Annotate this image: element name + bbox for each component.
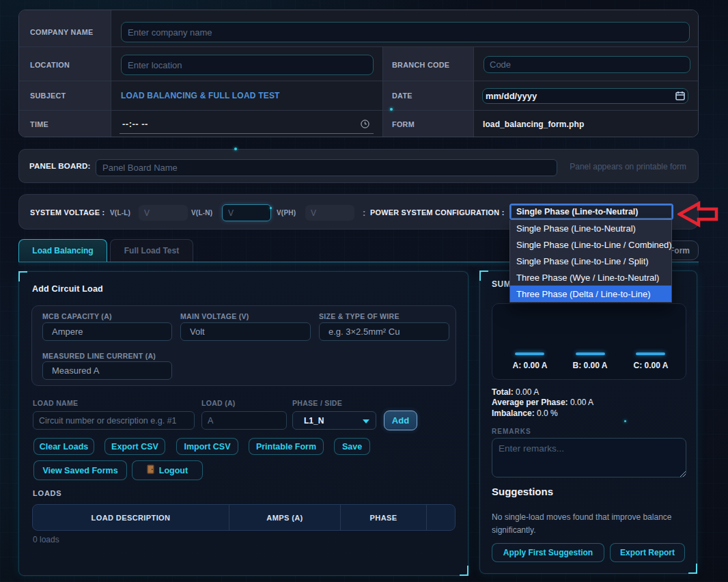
branch-code-cell: [473, 46, 699, 81]
add-load-button[interactable]: Add: [384, 411, 417, 430]
apply-first-suggestion-button[interactable]: Apply First Suggestion: [492, 543, 604, 562]
option-three-phase-delta[interactable]: Three Phase (Delta / Line-to-Line): [510, 286, 671, 302]
form-cell: load_balancing_form.php: [473, 110, 699, 137]
time-label-cell: TIME: [19, 110, 111, 137]
date-label: DATE: [392, 92, 412, 100]
separator-colon: :: [363, 195, 365, 230]
phase-side-select[interactable]: L1_N: [292, 411, 376, 430]
header-table: COMPANY NAME LOCATION BRANCH CODE SUBJEC…: [18, 10, 699, 137]
particle-dot-4: [624, 420, 626, 422]
view-saved-forms-label: View Saved Forms: [42, 466, 117, 475]
vll-input[interactable]: [139, 205, 188, 221]
door-icon: [147, 465, 154, 476]
clock-icon[interactable]: [361, 120, 369, 128]
vln-input[interactable]: [222, 204, 271, 221]
phase-balance-chart: A: 0.00 A B: 0.00 A C: 0.00 A: [492, 303, 686, 380]
resize-grip-icon[interactable]: [679, 470, 686, 477]
tab-full-load-test-label: Full Load Test: [124, 246, 179, 255]
summary-totals: Total: 0.00 A Average per Phase: 0.00 A …: [492, 387, 593, 419]
load-name-input[interactable]: [33, 411, 195, 430]
tab-load-balancing-label: Load Balancing: [32, 246, 93, 255]
load-amps-input[interactable]: [201, 411, 287, 430]
location-cell: [111, 46, 382, 81]
loads-table-header: LOAD DESCRIPTION AMPS (A) PHASE: [32, 504, 456, 531]
phase-a-label: A: 0.00 A: [499, 361, 561, 370]
option-single-phase-ln[interactable]: Single Phase (Line-to-Neutral): [510, 220, 671, 236]
phase-side-label: PHASE / SIDE: [292, 399, 342, 407]
company-name-input[interactable]: [121, 22, 690, 42]
wire-size-input[interactable]: [319, 322, 449, 341]
suggestions-buttons: Apply First Suggestion Export Report: [492, 543, 685, 562]
average-value: 0.00 A: [568, 398, 593, 407]
company-name-cell: [111, 10, 699, 46]
printable-form-button[interactable]: Printable Form: [249, 438, 324, 455]
main-voltage-input[interactable]: [180, 322, 311, 341]
load-name-label: LOAD NAME: [33, 399, 78, 407]
clear-loads-label: Clear Loads: [40, 442, 89, 452]
option-three-phase-wye[interactable]: Three Phase (Wye / Line-to-Neutral): [510, 269, 671, 286]
imbalance-value: 0.0 %: [535, 408, 558, 418]
measured-current-label: MEASURED LINE CURRENT (A): [42, 352, 156, 360]
measured-current-input[interactable]: [42, 361, 172, 380]
mcb-capacity-input[interactable]: [42, 322, 172, 341]
subject-value: LOAD BALANCING & FULL LOAD TEST: [121, 91, 280, 100]
calendar-icon[interactable]: [675, 91, 685, 100]
power-system-config-label: POWER SYSTEM CONFIGURATION :: [370, 195, 505, 230]
save-button[interactable]: Save: [334, 438, 370, 455]
export-csv-button[interactable]: Export CSV: [104, 438, 165, 455]
view-saved-forms-button[interactable]: View Saved Forms: [33, 460, 127, 480]
add-circuit-load-panel: Add Circuit Load MCB CAPACITY (A) MAIN V…: [18, 271, 468, 576]
vll-label: V(L-L): [110, 195, 130, 230]
phase-a-bar: [515, 352, 544, 355]
power-system-config-selected: Single Phase (Line-to-Neutral): [516, 207, 639, 217]
import-csv-button[interactable]: Import CSV: [176, 438, 238, 455]
power-system-config-select[interactable]: Single Phase (Line-to-Neutral): [509, 204, 673, 220]
date-input[interactable]: mm/dd/yyyy: [482, 88, 688, 104]
particle-dot-1: [234, 148, 237, 150]
branch-code-input[interactable]: [484, 56, 690, 73]
time-label: TIME: [30, 120, 48, 128]
clear-loads-button[interactable]: Clear Loads: [33, 438, 94, 455]
vph-input[interactable]: [305, 205, 354, 221]
particle-dot-3: [270, 207, 272, 209]
corner-bracket-bottom-right-2: [688, 564, 697, 574]
col-actions: [427, 505, 455, 530]
logout-label: Logout: [159, 466, 188, 475]
subject-label-cell: SUBJECT: [19, 81, 111, 110]
remarks-label: REMARKS: [492, 428, 531, 435]
total-line: Total: 0.00 A: [492, 387, 593, 398]
summary-panel: SUMMARY A: 0.00 A B: 0.00 A C: 0.00 A To…: [479, 271, 697, 574]
time-input[interactable]: --:-- --: [120, 115, 374, 134]
option-single-phase-ll-split[interactable]: Single Phase (Line-to-Line / Split): [510, 253, 671, 269]
option-single-phase-ll-combined[interactable]: Single Phase (Line-to-Line / Combined): [510, 236, 671, 253]
loads-empty-text: 0 loads: [33, 535, 59, 544]
phase-b-label: B: 0.00 A: [559, 361, 621, 370]
location-label: LOCATION: [30, 61, 70, 69]
printable-form-label: Printable Form: [256, 442, 316, 452]
form-value: load_balancing_form.php: [483, 120, 584, 129]
corner-bracket-bottom-right: [460, 566, 468, 576]
col-amps: AMPS (A): [229, 505, 341, 530]
total-value: 0.00 A: [514, 387, 539, 397]
chevron-down-icon: [363, 419, 369, 424]
col-phase: PHASE: [341, 505, 427, 530]
logout-button[interactable]: Logout: [132, 460, 203, 480]
location-input[interactable]: [121, 55, 374, 75]
date-value: mm/dd/yyyy: [486, 91, 675, 101]
export-report-button[interactable]: Export Report: [610, 543, 685, 562]
phase-b-bar: [576, 352, 605, 355]
load-balancing-page: COMPANY NAME LOCATION BRANCH CODE SUBJEC…: [0, 0, 728, 582]
remarks-textarea[interactable]: [492, 438, 686, 477]
col-load-description: LOAD DESCRIPTION: [33, 505, 229, 530]
panel-board-input[interactable]: [96, 159, 557, 176]
company-name-label: COMPANY NAME: [30, 28, 94, 36]
tab-load-balancing[interactable]: Load Balancing: [18, 239, 107, 262]
power-system-config-menu: Single Phase (Line-to-Neutral) Single Ph…: [509, 220, 672, 303]
panel-board-note: Panel appears on printable form: [570, 150, 686, 184]
corner-bracket-top-left-2: [479, 271, 488, 281]
form-label-cell: FORM: [382, 110, 473, 137]
average-label: Average per Phase:: [492, 398, 568, 407]
tab-full-load-test[interactable]: Full Load Test: [110, 239, 193, 262]
suggestions-message: No single-load moves found that improve …: [492, 511, 686, 536]
imbalance-label: Imbalance:: [492, 408, 535, 418]
